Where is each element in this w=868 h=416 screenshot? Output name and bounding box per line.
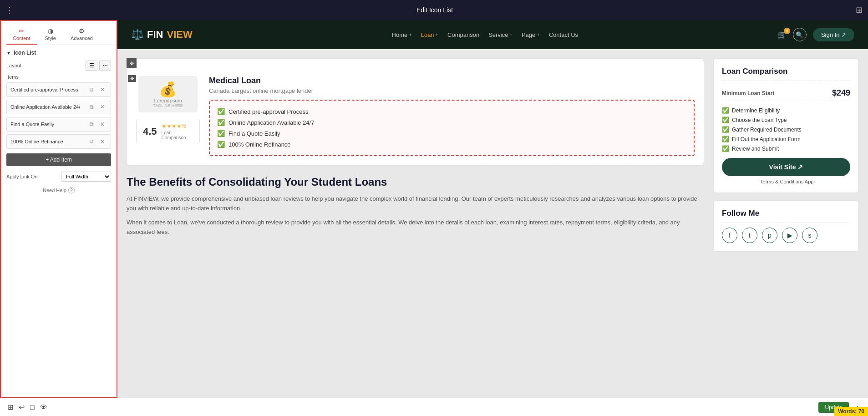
list-item: Certified pre-approval Process ⧉ ✕ [6,82,111,97]
section-arrow-icon[interactable]: ▼ [6,51,11,56]
content-tab-icon: ✏ [19,27,24,35]
apply-link-row: Apply Link On Full Width Icon Text [6,172,111,182]
feature-item: ✅ Fill Out the Application Form [722,134,850,144]
history-icon[interactable]: ↩ [19,403,25,411]
logo-scale-icon: ⚖️ [131,29,143,41]
layout-row: Layout ☰ ⋯ [6,61,111,71]
logo-box-icon: 💰 [159,81,177,98]
loan-comparison-title: Loan Comparison [722,67,850,81]
card-subtitle: Canada Largest online mortgage lender [209,87,695,94]
search-button[interactable]: 🔍 [793,28,807,41]
items-label: Items [6,74,111,80]
add-item-button[interactable]: + Add Item [6,153,111,166]
content-area: ⚖️ FINVIEW Home + Loan + Comparison Serv… [117,20,868,398]
feature-text-1: Choose the Loan Type [732,117,787,123]
feature-check-0: ✅ [722,107,729,114]
preview-icon[interactable]: □ [30,403,35,411]
benefits-para2: When it comes to Loan, we've conducted a… [127,218,704,237]
list-item: ✅ Online Application Available 24/7 [217,117,686,128]
words-badge: Words: 70 [834,407,868,416]
logo-box: 💰 LoremIpsum TAGLINE HERE [138,76,198,112]
item-text-1: Online Application Available 24/ [10,104,85,110]
check-icon-2: ✅ [217,130,225,137]
benefits-para1: At FINVIEW, we provide comprehensive and… [127,194,704,213]
follow-me-title: Follow Me [722,209,850,223]
delete-item-0[interactable]: ✕ [98,85,107,94]
skype-icon[interactable]: s [802,228,817,243]
rating-number: 4.5 [143,126,157,137]
menu-dots-icon[interactable]: ⋮ [5,5,14,15]
apply-link-select[interactable]: Full Width Icon Text [61,172,111,182]
grid-icon[interactable]: ⊞ [856,5,863,15]
tab-style[interactable]: ◑ Style [39,25,62,45]
feature-check-3: ✅ [722,136,729,142]
eye-icon[interactable]: 👁 [40,403,47,411]
card-section: ✥ ✥ 💰 LoremIpsum TAGLINE HERE 4.5 [127,58,704,166]
logo-fin: FIN [147,29,163,41]
list-item: ✅ 100% Online Refinance [217,139,686,150]
nav-page[interactable]: Page + [522,31,540,38]
youtube-icon[interactable]: ▶ [782,228,797,243]
apply-link-label: Apply Link On [6,174,37,179]
social-icons: f t p ▶ s [722,228,850,243]
top-bar: ⋮ Edit Icon List ⊞ [0,0,868,20]
list-item: 100% Online Refinance ⧉ ✕ [6,134,111,149]
list-item: ✅ Certified pre-approval Process [217,106,686,117]
logo-box-text: LoremIpsum [154,98,182,103]
bottom-bar: ⊞ ↩ □ 👁 Update ▲ [0,398,868,416]
nav-contact[interactable]: Contact Us [549,31,578,38]
advanced-tab-icon: ⚙ [79,27,85,35]
cart-container: 🛒 0 [777,30,787,39]
delete-item-2[interactable]: ✕ [98,120,107,129]
min-loan-value: $249 [832,88,850,98]
feature-item: ✅ Choose the Loan Type [722,115,850,125]
need-help[interactable]: Need Help ? [6,187,111,193]
panel-title: Edit Icon List [18,6,851,14]
duplicate-item-0[interactable]: ⧉ [87,85,96,94]
layout-label: Layout [6,63,21,68]
duplicate-item-3[interactable]: ⧉ [87,137,96,146]
list-item: ✅ Find a Quote Easily [217,128,686,139]
icon-list-text-1: Online Application Available 24/7 [228,119,314,126]
card-left: 💰 LoremIpsum TAGLINE HERE 4.5 ★★★★½ Loan… [136,76,200,144]
pinterest-icon[interactable]: p [762,228,777,243]
right-sidebar: Loan Comparison Minimum Loan Start $249 … [713,58,859,252]
feature-check-2: ✅ [722,126,729,133]
feature-item: ✅ Determine Eligibility [722,106,850,115]
nav-home[interactable]: Home + [392,31,412,38]
card-edit-handle[interactable]: ✥ [127,58,137,68]
check-icon-0: ✅ [217,108,225,115]
delete-item-3[interactable]: ✕ [98,137,107,146]
nav-comparison[interactable]: Comparison [447,31,479,38]
layout-grid-icon[interactable]: ⋯ [99,61,111,71]
site-header: ⚖️ FINVIEW Home + Loan + Comparison Serv… [117,20,868,49]
item-text-2: Find a Quote Easily [10,122,85,127]
min-loan-row: Minimum Loan Start $249 [722,86,850,101]
nav-service[interactable]: Service + [488,31,513,38]
sign-in-button[interactable]: Sign In ↗ [813,28,854,41]
duplicate-item-1[interactable]: ⧉ [87,102,96,112]
icon-list-section: ✅ Certified pre-approval Process ✅ Onlin… [209,100,695,156]
facebook-icon[interactable]: f [722,228,737,243]
panel-body: ▼ Icon List Layout ☰ ⋯ Items Certified p… [1,45,117,397]
nav-loan[interactable]: Loan + [421,31,438,38]
rating-stars: ★★★★½ [162,123,193,129]
rating-box: 4.5 ★★★★½ Loan Comparison [136,119,200,144]
delete-item-1[interactable]: ✕ [98,102,107,112]
layout-list-icon[interactable]: ☰ [86,61,97,71]
feature-text-2: Gather Required Documents [732,127,802,133]
twitter-icon[interactable]: t [742,228,757,243]
check-icon-3: ✅ [217,141,225,148]
tab-content[interactable]: ✏ Content [6,25,37,45]
layers-icon[interactable]: ⊞ [7,403,13,411]
feature-item: ✅ Review and Submit [722,144,850,153]
visit-site-button[interactable]: Visit Site ↗ [722,158,850,176]
loan-features: ✅ Determine Eligibility ✅ Choose the Loa… [722,106,850,153]
duplicate-item-2[interactable]: ⧉ [87,120,96,129]
min-loan-label: Minimum Loan Start [722,90,774,96]
item-text-0: Certified pre-approval Process [10,87,85,92]
card-inner-handle[interactable]: ✥ [128,75,136,82]
tab-advanced[interactable]: ⚙ Advanced [64,25,99,45]
content-tab-label: Content [13,36,30,41]
header-right: 🛒 0 🔍 Sign In ↗ [777,28,854,41]
